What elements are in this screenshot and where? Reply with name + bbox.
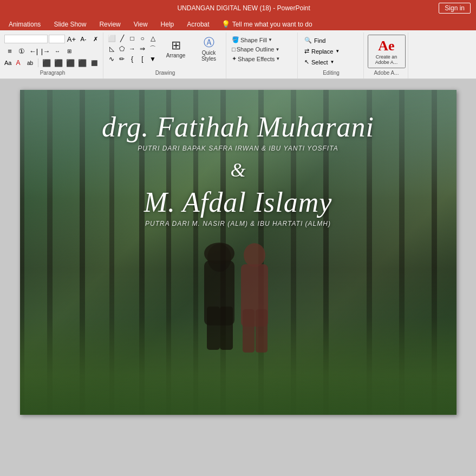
adobe-label: Create anAdobe A... xyxy=(375,54,398,65)
adobe-icon: Ae xyxy=(378,38,394,54)
shape-rect-icon[interactable]: □ xyxy=(127,34,137,43)
text-columns-btn[interactable]: ⬛ xyxy=(89,57,100,68)
shape-line-icon[interactable]: ╱ xyxy=(117,34,127,43)
quick-styles-button[interactable]: Ⓐ Quick Styles xyxy=(194,34,224,63)
quick-styles-icon: Ⓐ xyxy=(204,35,214,50)
workspace: drg. Fatihah Muharani Putri dari Bapak S… xyxy=(0,79,476,476)
editing-label: Editing xyxy=(301,69,361,77)
shape-image-icon[interactable]: ⬜ xyxy=(107,34,116,43)
tab-animations[interactable]: Animations xyxy=(2,18,47,30)
tab-acrobat[interactable]: Acrobat xyxy=(180,18,216,30)
arrange-label: Arrange xyxy=(166,53,186,58)
select-button[interactable]: ↖ Select ▼ xyxy=(301,57,338,67)
shape-scribble-icon[interactable]: ✏ xyxy=(117,54,127,64)
shape-outline-label: Shape Outline xyxy=(237,46,275,53)
tab-help[interactable]: Help xyxy=(154,18,181,30)
shape-circle-icon[interactable]: ○ xyxy=(138,34,147,43)
tab-slideshow[interactable]: Slide Show xyxy=(47,18,93,30)
slide-text-overlay: drg. Fatihah Muharani Putri dari Bapak S… xyxy=(20,90,457,415)
ribbon-tabs: Animations Slide Show Review View Help A… xyxy=(0,16,476,30)
font-size-decrease-btn[interactable]: A- xyxy=(78,34,89,44)
lightbulb-icon: 💡 xyxy=(221,20,230,28)
ribbon-group-editing: 🔍 Find ⇄ Replace ▼ ↖ Select ▼ Editing xyxy=(299,32,364,79)
arrange-icon: ⊞ xyxy=(171,38,181,53)
fill-bucket-icon: 🪣 xyxy=(232,36,239,43)
shape-triangle-icon[interactable]: △ xyxy=(148,34,158,43)
shape-freeform-icon[interactable]: ∿ xyxy=(107,54,116,64)
shape-bracket-icon[interactable]: [ xyxy=(138,54,147,64)
convert-smartart-btn[interactable]: ⊞ xyxy=(64,45,75,56)
ribbon-group-adobe: Ae Create anAdobe A... Adobe A... xyxy=(365,32,408,79)
outline-dropdown-icon: ▼ xyxy=(275,47,279,52)
shape-arrow2-icon[interactable]: ⇒ xyxy=(138,44,147,54)
shape-rt-triangle-icon[interactable]: ◺ xyxy=(107,44,116,54)
slide[interactable]: drg. Fatihah Muharani Putri dari Bapak S… xyxy=(20,90,457,415)
sign-in-button[interactable]: Sign in xyxy=(439,3,471,14)
shape-brace-icon[interactable]: { xyxy=(127,54,137,64)
subtitle1-text: Putri dari Bapak Safra Irwan & Ibu Yanti… xyxy=(138,145,338,152)
replace-button[interactable]: ⇄ Replace ▼ xyxy=(301,47,343,56)
adobe-label: Adobe A... xyxy=(367,69,406,77)
ampersand-text: & xyxy=(230,159,245,181)
effects-dropdown-icon: ▼ xyxy=(276,56,280,61)
tell-me-label: Tell me what you want to do xyxy=(232,21,312,28)
shape-effects-label: Shape Effects xyxy=(238,56,275,62)
shape-arrow-icon[interactable]: → xyxy=(127,44,137,54)
shape-fill-label: Shape Fill xyxy=(240,37,267,43)
paragraph-controls: A+ A- ✗ ≡ ① ←| |→ ↔ ⊞ Aa xyxy=(4,34,101,68)
align-right-btn[interactable]: ⬛ xyxy=(65,57,76,68)
divider xyxy=(38,58,38,67)
ribbon-body: A+ A- ✗ ≡ ① ←| |→ ↔ ⊞ Aa xyxy=(0,30,476,79)
find-label: Find xyxy=(314,37,325,44)
tab-view[interactable]: View xyxy=(127,18,154,30)
font-size-label: Aa xyxy=(4,60,11,66)
paragraph-label: Paragraph xyxy=(4,69,101,77)
shape-outline-button[interactable]: □ Shape Outline ▼ xyxy=(230,45,282,53)
clear-format-btn[interactable]: ✗ xyxy=(90,34,101,44)
arrange-quickstyles: ⊞ Arrange xyxy=(161,34,191,63)
font-size-input[interactable] xyxy=(49,35,65,43)
outline-icon: □ xyxy=(232,46,236,53)
decrease-indent-btn[interactable]: ←| xyxy=(28,45,39,56)
justify-btn[interactable]: ⬛ xyxy=(77,57,88,68)
shape-pentagon-icon[interactable]: ⬠ xyxy=(117,44,127,54)
shape-fill-button[interactable]: 🪣 Shape Fill ▼ xyxy=(230,36,275,44)
text-highlight-btn[interactable]: ab xyxy=(24,57,35,68)
adobe-create-button[interactable]: Ae Create anAdobe A... xyxy=(368,35,406,68)
ribbon-group-drawing: ⬜ ╱ □ ○ △ ◺ ⬠ → ⇒ ⌒ ∿ ✏ { [ ▼ xyxy=(105,32,226,79)
quick-styles-label: Quick Styles xyxy=(197,50,220,62)
align-left-btn[interactable]: ⬛ xyxy=(41,57,52,68)
shape-effects-button[interactable]: ✦ Shape Effects ▼ xyxy=(230,55,282,63)
name2-text: M. Afdal Islamy xyxy=(144,187,332,218)
drawing-label: Drawing xyxy=(107,69,224,77)
select-label: Select xyxy=(311,59,328,66)
numbering-btn[interactable]: ① xyxy=(16,45,27,56)
title-bar: UNDANGAN DIGITAL NEW (18) - PowerPoint S… xyxy=(0,0,476,16)
window-title: UNDANGAN DIGITAL NEW (18) - PowerPoint xyxy=(49,4,439,12)
text-direction-btn[interactable]: ↔ xyxy=(52,45,63,56)
bullets-btn[interactable]: ≡ xyxy=(4,45,15,56)
shape-more-icon[interactable]: ▼ xyxy=(148,54,158,64)
fill-dropdown-icon: ▼ xyxy=(268,37,272,42)
tab-review[interactable]: Review xyxy=(93,18,127,30)
replace-label: Replace xyxy=(311,48,333,55)
tab-tell-me[interactable]: 💡 Tell me what you want to do xyxy=(216,18,318,30)
select-icon: ↖ xyxy=(304,58,309,66)
arrange-button[interactable]: ⊞ Arrange xyxy=(161,34,191,63)
ribbon-group-shape-format: 🪣 Shape Fill ▼ □ Shape Outline ▼ ✦ Shape… xyxy=(227,32,298,79)
quick-styles-group: Ⓐ Quick Styles xyxy=(194,34,224,63)
font-name-input[interactable] xyxy=(4,35,48,43)
shape-curved-icon[interactable]: ⌒ xyxy=(148,44,158,54)
font-size-increase-btn[interactable]: A+ xyxy=(66,34,77,44)
shapes-container: ⬜ ╱ □ ○ △ ◺ ⬠ → ⇒ ⌒ ∿ ✏ { [ ▼ xyxy=(107,34,158,64)
find-icon: 🔍 xyxy=(304,37,312,44)
find-button[interactable]: 🔍 Find xyxy=(301,36,329,45)
ribbon-group-paragraph: A+ A- ✗ ≡ ① ←| |→ ↔ ⊞ Aa xyxy=(2,32,103,79)
increase-indent-btn[interactable]: |→ xyxy=(40,45,51,56)
select-dropdown-icon: ▼ xyxy=(330,60,335,64)
font-color-btn[interactable]: A xyxy=(12,57,23,68)
name1-text: drg. Fatihah Muharani xyxy=(102,112,374,142)
effects-icon: ✦ xyxy=(232,55,237,62)
replace-icon: ⇄ xyxy=(304,48,309,55)
align-center-btn[interactable]: ⬛ xyxy=(53,57,64,68)
